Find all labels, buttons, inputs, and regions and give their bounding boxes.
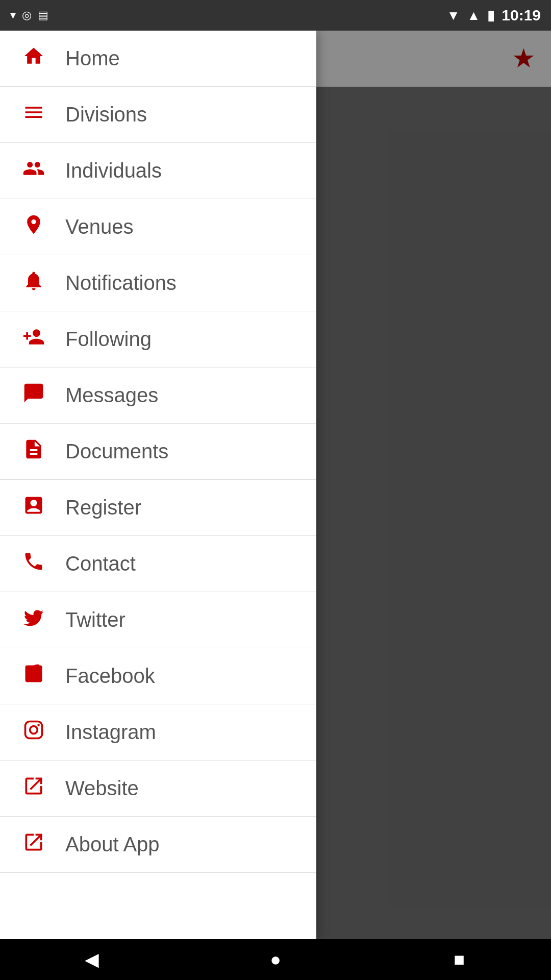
messages-icon xyxy=(20,382,47,409)
navigation-drawer: Home Divisions Individuals Venues Notifi… xyxy=(0,31,316,939)
sidebar-item-venues[interactable]: Venues xyxy=(0,199,316,255)
home-button[interactable]: ● xyxy=(255,939,296,980)
sidebar-item-instagram[interactable]: Instagram xyxy=(0,704,316,761)
twitter-icon xyxy=(20,606,47,633)
sidebar-label-individuals: Individuals xyxy=(65,159,162,182)
sidebar-item-individuals[interactable]: Individuals xyxy=(0,143,316,199)
signal-icon: ▲ xyxy=(467,8,481,23)
notifications-icon xyxy=(20,270,47,297)
following-icon xyxy=(20,326,47,353)
sidebar-item-about-app[interactable]: About App xyxy=(0,817,316,873)
about-icon xyxy=(20,831,47,858)
venues-icon xyxy=(20,213,47,240)
sidebar-item-website[interactable]: Website xyxy=(0,761,316,817)
sync-icon: ◎ xyxy=(22,9,32,22)
recents-button[interactable]: ■ xyxy=(439,939,480,980)
sidebar-label-messages: Messages xyxy=(65,384,158,407)
register-icon xyxy=(20,494,47,521)
individuals-icon xyxy=(20,157,47,184)
sidebar-item-divisions[interactable]: Divisions xyxy=(0,87,316,143)
documents-icon xyxy=(20,438,47,465)
status-bar-left: ▾ ◎ ▤ xyxy=(10,9,48,22)
divisions-icon xyxy=(20,101,47,128)
sidebar-label-contact: Contact xyxy=(65,552,136,575)
instagram-icon xyxy=(20,719,47,746)
sidebar-item-twitter[interactable]: Twitter xyxy=(0,592,316,648)
sidebar-item-messages[interactable]: Messages xyxy=(0,368,316,424)
sidebar-label-following: Following xyxy=(65,328,152,351)
contact-icon xyxy=(20,550,47,577)
sidebar-label-twitter: Twitter xyxy=(65,608,126,631)
facebook-icon xyxy=(20,663,47,690)
sidebar-item-register[interactable]: Register xyxy=(0,480,316,536)
sidebar-label-facebook: Facebook xyxy=(65,665,155,688)
sidebar-item-facebook[interactable]: Facebook xyxy=(0,648,316,704)
bottom-navigation-bar: ◀ ● ■ xyxy=(0,939,551,980)
sidebar-label-divisions: Divisions xyxy=(65,103,147,126)
sidebar-label-about-app: About App xyxy=(65,833,160,856)
clipboard-icon: ▤ xyxy=(38,9,48,22)
sidebar-item-contact[interactable]: Contact xyxy=(0,536,316,592)
sidebar-label-home: Home xyxy=(65,47,120,70)
home-icon xyxy=(20,45,47,72)
sidebar-item-documents[interactable]: Documents xyxy=(0,424,316,480)
sidebar-label-notifications: Notifications xyxy=(65,272,177,295)
back-button[interactable]: ◀ xyxy=(71,939,112,980)
website-icon xyxy=(20,775,47,802)
sidebar-item-home[interactable]: Home xyxy=(0,31,316,87)
notification-icon: ▾ xyxy=(10,9,16,22)
sidebar-label-register: Register xyxy=(65,496,141,519)
sidebar-item-notifications[interactable]: Notifications xyxy=(0,255,316,311)
sidebar-label-website: Website xyxy=(65,777,139,800)
battery-icon: ▮ xyxy=(487,8,494,23)
sidebar-label-documents: Documents xyxy=(65,440,168,463)
status-bar: ▾ ◎ ▤ ▼ ▲ ▮ 10:19 xyxy=(0,0,551,31)
sidebar-label-instagram: Instagram xyxy=(65,721,156,744)
status-bar-right: ▼ ▲ ▮ 10:19 xyxy=(447,7,541,24)
sidebar-label-venues: Venues xyxy=(65,215,133,238)
sidebar-item-following[interactable]: Following xyxy=(0,311,316,368)
wifi-icon: ▼ xyxy=(447,8,460,23)
clock: 10:19 xyxy=(502,7,541,24)
